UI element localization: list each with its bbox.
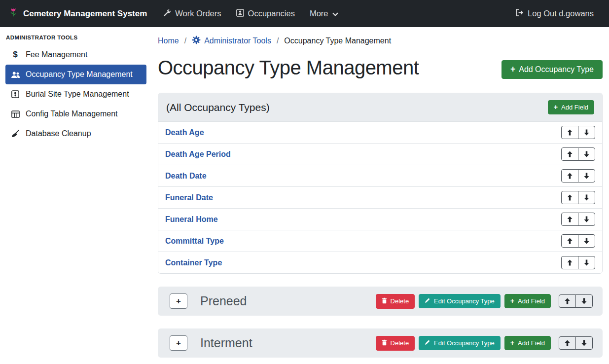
- reorder-button-group: [561, 147, 595, 161]
- top-navbar: Cemetery Management System Work Orders O…: [0, 0, 609, 27]
- all-occupancy-types-header: (All Occupancy Types) + Add Field: [158, 93, 602, 121]
- sidebar-item-database-cleanup[interactable]: Database Cleanup: [5, 124, 146, 144]
- logout-label: Log Out d.gowans: [528, 9, 594, 18]
- move-up-button[interactable]: [561, 147, 578, 161]
- move-down-button[interactable]: [578, 191, 595, 204]
- reorder-button-group: [561, 169, 595, 182]
- delete-button[interactable]: Delete: [376, 336, 415, 351]
- field-row: Funeral Date: [158, 186, 602, 208]
- field-row: Death Age Period: [158, 143, 602, 165]
- plus-icon: +: [510, 339, 514, 346]
- breadcrumb: Home / Administrat: [158, 32, 603, 55]
- sidebar-item-burial-site-type-management[interactable]: Burial Site Type Management: [5, 84, 146, 104]
- breadcrumb-separator: /: [277, 36, 279, 45]
- dollar-icon: $: [10, 50, 21, 60]
- nav-more[interactable]: More: [302, 9, 346, 18]
- move-down-button[interactable]: [575, 294, 593, 308]
- sidebar-item-label: Burial Site Type Management: [26, 90, 129, 99]
- sidebar-item-label: Config Table Management: [26, 109, 118, 118]
- breadcrumb-administrator-tools[interactable]: Administrator Tools: [192, 36, 271, 46]
- sidebar-item-fee-management[interactable]: $ Fee Management: [5, 45, 146, 65]
- expand-section-button[interactable]: +: [170, 293, 187, 309]
- logout-link[interactable]: Log Out d.gowans: [508, 8, 601, 19]
- sidebar-item-occupancy-type-management[interactable]: Occupancy Type Management: [5, 65, 146, 84]
- field-link[interactable]: Container Type: [165, 258, 222, 267]
- gear-icon: [192, 36, 201, 46]
- add-field-button[interactable]: + Add Field: [548, 100, 594, 114]
- broom-icon: [10, 130, 21, 138]
- field-link[interactable]: Death Age Period: [165, 150, 231, 159]
- plus-icon: +: [510, 297, 514, 304]
- edit-occupancy-type-button[interactable]: Edit Occupancy Type: [419, 294, 501, 308]
- move-down-button[interactable]: [578, 234, 595, 248]
- move-up-button[interactable]: [561, 213, 578, 226]
- reorder-button-group: [561, 191, 595, 204]
- move-down-button[interactable]: [578, 213, 595, 226]
- sidebar-header: ADMINISTRATOR TOOLS: [0, 29, 152, 45]
- move-up-button[interactable]: [561, 169, 578, 182]
- move-up-button[interactable]: [561, 234, 578, 248]
- move-up-button[interactable]: [561, 256, 578, 269]
- move-up-button[interactable]: [561, 191, 578, 204]
- section-title: Preneed: [200, 294, 247, 308]
- plus-icon: +: [554, 104, 558, 110]
- pencil-icon: [425, 297, 430, 305]
- field-row: Committal Type: [158, 230, 602, 252]
- field-link[interactable]: Death Date: [165, 172, 207, 181]
- users-icon: [10, 71, 21, 78]
- move-up-button[interactable]: [559, 336, 576, 350]
- breadcrumb-separator: /: [184, 36, 186, 45]
- table-icon: [10, 110, 21, 118]
- field-link[interactable]: Funeral Date: [165, 193, 213, 202]
- move-down-button[interactable]: [578, 169, 595, 182]
- trash-icon: [382, 339, 387, 347]
- occupancy-type-section-interment: + Interment Delete Edit Occupancy Type +…: [158, 328, 603, 358]
- nav-work-orders[interactable]: Work Orders: [156, 9, 228, 19]
- reorder-button-group: [559, 336, 593, 350]
- pencil-icon: [425, 339, 430, 347]
- add-occupancy-type-button[interactable]: + Add Occupancy Type: [502, 60, 603, 79]
- brand-title: Cemetery Management System: [23, 9, 147, 19]
- add-field-button[interactable]: + Add Field: [504, 336, 551, 350]
- section-title: Interment: [200, 336, 252, 350]
- field-row: Funeral Home: [158, 208, 602, 230]
- trash-icon: [382, 297, 387, 305]
- move-down-button[interactable]: [578, 126, 595, 139]
- reorder-button-group: [561, 213, 595, 226]
- breadcrumb-home[interactable]: Home: [158, 36, 179, 45]
- sidebar: ADMINISTRATOR TOOLS $ Fee Management Occ…: [0, 27, 152, 364]
- breadcrumb-current: Occupancy Type Management: [284, 36, 391, 45]
- sidebar-item-label: Database Cleanup: [26, 129, 91, 138]
- move-up-button[interactable]: [559, 294, 576, 308]
- move-down-button[interactable]: [578, 256, 595, 269]
- move-down-button[interactable]: [578, 147, 595, 161]
- nav-work-orders-label: Work Orders: [175, 9, 221, 18]
- page-title: Occupancy Type Management: [158, 56, 419, 79]
- nav-occupancies[interactable]: Occupancies: [229, 9, 302, 19]
- field-link[interactable]: Death Age: [165, 128, 204, 137]
- plus-icon: +: [510, 65, 515, 74]
- delete-button[interactable]: Delete: [376, 294, 415, 309]
- expand-section-button[interactable]: +: [170, 335, 187, 351]
- sidebar-item-label: Fee Management: [26, 50, 87, 59]
- tulip-logo-icon: [8, 7, 19, 20]
- reorder-button-group: [561, 256, 595, 269]
- card-title: (All Occupancy Types): [166, 102, 270, 113]
- brand[interactable]: Cemetery Management System: [8, 7, 147, 20]
- occupancy-type-section-preneed: + Preneed Delete Edit Occupancy Type + A…: [158, 287, 603, 316]
- all-occupancy-types-card: (All Occupancy Types) + Add Field Death …: [158, 93, 603, 274]
- tools-icon: [163, 9, 171, 19]
- edit-occupancy-type-button[interactable]: Edit Occupancy Type: [419, 336, 501, 350]
- nav-more-label: More: [310, 9, 328, 18]
- field-link[interactable]: Funeral Home: [165, 215, 218, 224]
- move-down-button[interactable]: [575, 336, 593, 350]
- main-content: Home / Administrat: [152, 27, 609, 364]
- field-link[interactable]: Committal Type: [165, 237, 224, 246]
- move-up-button[interactable]: [561, 126, 578, 139]
- reorder-button-group: [559, 294, 593, 308]
- burial-site-icon: [10, 90, 21, 98]
- add-field-button[interactable]: + Add Field: [504, 294, 551, 308]
- chevron-down-icon: [332, 9, 338, 18]
- sidebar-item-config-table-management[interactable]: Config Table Management: [5, 104, 146, 124]
- reorder-button-group: [561, 234, 595, 248]
